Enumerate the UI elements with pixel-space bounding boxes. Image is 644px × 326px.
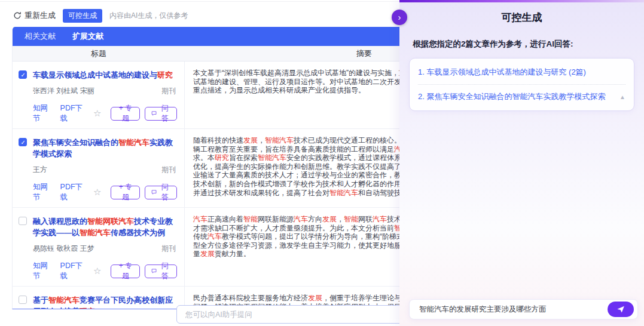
chat-bubble-icon <box>151 267 157 275</box>
paper-authors: 张西洋 刘桂斌 宋丽 <box>33 86 94 96</box>
title-cell: 聚焦车辆安全知识融合的智能汽车实践教学模式探索 王方 期刊 知网节 PDF下载 … <box>13 129 185 207</box>
publication-type: 期刊 <box>161 244 176 254</box>
panel-accent-line <box>399 0 644 2</box>
paper-title[interactable]: 基于智能汽车竞赛平台下民办高校创新应用型人才培养研究 <box>33 294 177 309</box>
regenerate-button[interactable]: 重新生成 <box>13 10 56 21</box>
panel-title: 可控生成 <box>399 11 644 24</box>
send-button[interactable] <box>608 302 634 317</box>
chevron-right-icon: › <box>398 12 401 22</box>
panel-question-bar <box>409 299 638 319</box>
row-checkbox[interactable] <box>19 296 27 304</box>
ai-disclaimer: 内容由AI生成，仅供参考 <box>109 11 188 21</box>
add-topic-button[interactable]: + 专题 <box>111 186 140 199</box>
column-header-title: 标题 <box>13 46 185 61</box>
refresh-icon <box>13 11 22 20</box>
pdf-download-link[interactable]: PDF下载 <box>60 103 84 124</box>
paper-authors: 王方 <box>33 165 47 175</box>
toolbar: 重新生成 可控生成 内容由AI生成，仅供参考 <box>13 8 188 23</box>
row-actions: 知网节 PDF下载 ☆ + 专题 问答 <box>33 261 177 281</box>
tab-related-literature[interactable]: 相关文献 <box>25 31 56 42</box>
qa-button-label: 问答 <box>160 182 170 202</box>
paper-meta: 张西洋 刘桂斌 宋丽 期刊 <box>33 86 177 96</box>
title-cell: 车载显示领域总成中试基地的建设与研究 张西洋 刘桂斌 宋丽 期刊 知网节 PDF… <box>13 61 185 128</box>
qa-button[interactable]: 问答 <box>145 186 177 199</box>
regenerate-label: 重新生成 <box>25 10 56 21</box>
title-cell: 基于智能汽车竞赛平台下民办高校创新应用型人才培养研究 郭志庭 期刊 知网节 PD… <box>13 287 185 309</box>
cnki-node-link[interactable]: 知网节 <box>33 261 51 281</box>
paper-meta: 易陈钰 敬秋霞 王梦 期刊 <box>33 244 177 254</box>
row-checkbox[interactable] <box>19 70 27 79</box>
reference-item-2-row: 2. 聚焦车辆安全知识融合的智能汽车实践教学模式探索 ▲ <box>418 85 625 109</box>
qa-button-label: 问答 <box>160 261 170 281</box>
add-topic-button[interactable]: + 专题 <box>111 265 140 278</box>
send-icon <box>616 305 625 314</box>
paper-authors: 易陈钰 敬秋霞 王梦 <box>33 244 94 254</box>
star-icon[interactable]: ☆ <box>93 187 101 198</box>
paper-meta: 王方 期刊 <box>33 165 177 175</box>
publication-type: 期刊 <box>161 165 176 175</box>
tab-extended-literature[interactable]: 扩展文献 <box>72 31 103 42</box>
cnki-node-link[interactable]: 知网节 <box>33 103 51 124</box>
panel-question-input[interactable] <box>418 305 603 314</box>
row-actions: 知网节 PDF下载 ☆ + 专题 问答 <box>33 103 177 124</box>
title-cell: 融入课程思政的智能网联汽车技术专业教学实践——以智能汽车传感器技术为例 易陈钰 … <box>13 208 185 286</box>
paper-title[interactable]: 融入课程思政的智能网联汽车技术专业教学实践——以智能汽车传感器技术为例 <box>33 216 177 238</box>
qa-button-label: 问答 <box>160 103 170 124</box>
add-topic-button[interactable]: + 专题 <box>111 107 140 121</box>
collapse-triangle-icon[interactable]: ▲ <box>619 94 625 100</box>
row-checkbox[interactable] <box>19 138 27 146</box>
paper-title[interactable]: 聚焦车辆安全知识融合的智能汽车实践教学模式探索 <box>33 137 177 159</box>
chat-bubble-icon <box>151 189 157 196</box>
chat-bubble-icon <box>151 110 157 117</box>
pdf-download-link[interactable]: PDF下载 <box>60 261 84 281</box>
controlled-generation-panel: › 可控生成 根据您指定的2篇文章作为参考，进行AI回答: 1. 车载显示领域总… <box>399 0 644 326</box>
panel-collapse-button[interactable]: › <box>392 10 407 25</box>
qa-button[interactable]: 问答 <box>145 107 177 121</box>
top-divider <box>0 1 399 2</box>
reference-card: 1. 车载显示领域总成中试基地的建设与研究 (2篇) 2. 聚焦车辆安全知识融合… <box>409 58 634 111</box>
paper-title[interactable]: 车载显示领域总成中试基地的建设与研究 <box>33 69 177 81</box>
publication-type: 期刊 <box>161 86 176 96</box>
qa-button[interactable]: 问答 <box>145 265 177 278</box>
row-actions: 知网节 PDF下载 ☆ + 专题 问答 <box>33 182 177 202</box>
pdf-download-link[interactable]: PDF下载 <box>60 182 84 202</box>
reference-item-2[interactable]: 2. 聚焦车辆安全知识融合的智能汽车实践教学模式探索 <box>418 91 605 102</box>
reference-item-1[interactable]: 1. 车载显示领域总成中试基地的建设与研究 (2篇) <box>418 60 625 84</box>
star-icon[interactable]: ☆ <box>93 108 101 119</box>
star-icon[interactable]: ☆ <box>93 266 101 276</box>
app: 重新生成 可控生成 内容由AI生成，仅供参考 相关文献 扩展文献 标题 摘要 车… <box>0 0 644 326</box>
controlled-generation-badge[interactable]: 可控生成 <box>63 9 102 23</box>
panel-instruction: 根据您指定的2篇文章作为参考，进行AI回答: <box>413 39 631 50</box>
cnki-node-link[interactable]: 知网节 <box>33 182 51 202</box>
row-checkbox[interactable] <box>19 217 27 225</box>
